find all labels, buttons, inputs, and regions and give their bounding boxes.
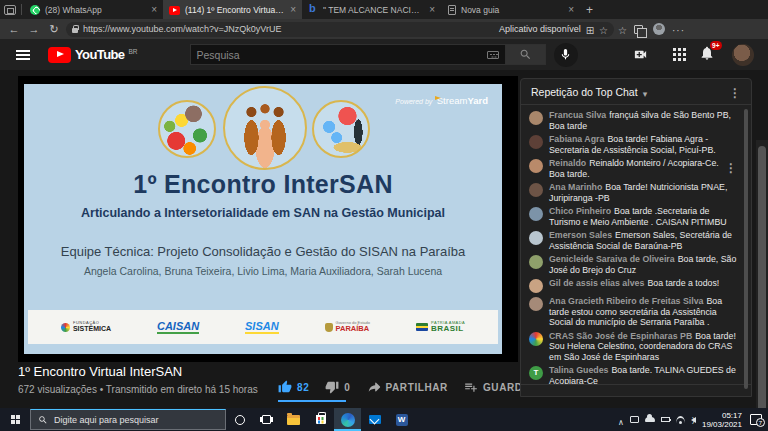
- chat-message: Francua Silvafrançuá silva de São Bento …: [529, 110, 737, 131]
- search-button[interactable]: [506, 44, 546, 65]
- browser-toolbar: https://www.youtube.com/watch?v=JNzQk0yV…: [0, 19, 768, 39]
- slide-team-names: Angela Carolina, Bruna Teixeira, Livio L…: [24, 265, 502, 277]
- chevron-down-icon[interactable]: [643, 83, 648, 101]
- browser-menu-icon[interactable]: [672, 20, 685, 38]
- onedrive-icon[interactable]: [645, 417, 655, 422]
- video-player[interactable]: Powered by StreamYard 1º Encontro InterS…: [18, 76, 518, 362]
- search-input[interactable]: Pesquisa: [190, 44, 506, 65]
- chat-menu-icon[interactable]: [729, 83, 741, 101]
- chat-message: Fabiana AgraBoa tarde! Fabiana Agra - Se…: [529, 134, 737, 155]
- close-icon[interactable]: ×: [151, 5, 157, 15]
- message-menu-icon[interactable]: [725, 158, 737, 179]
- logo-text: FUNDAÇÃOSISTÊMICA: [73, 321, 111, 333]
- browser-window: (28) WhatsApp×(114) 1º Encontro Virtual …: [0, 0, 768, 431]
- add-favorite-icon[interactable]: [599, 20, 608, 38]
- taskbar-app-button[interactable]: [307, 408, 334, 431]
- chat-author: Gil de assis elias alves: [549, 278, 644, 288]
- taskbar-app-button[interactable]: [253, 408, 280, 431]
- address-bar[interactable]: https://www.youtube.com/watch?v=JNzQk0yV…: [66, 22, 614, 37]
- collections-icon[interactable]: [634, 25, 643, 34]
- chat-author: Talina Guedes: [549, 365, 608, 375]
- logo-text: SISAN: [245, 320, 279, 334]
- like-button[interactable]: 82: [278, 380, 309, 394]
- page-scrollbar-thumb[interactable]: [758, 146, 766, 416]
- favorites-icon[interactable]: [618, 20, 627, 38]
- browser-profile-avatar[interactable]: [653, 23, 665, 35]
- windows-logo-icon: [11, 415, 15, 419]
- action-center-icon[interactable]: 7: [750, 414, 762, 425]
- browser-tab[interactable]: Nova guia×: [441, 0, 580, 19]
- divider: [21, 4, 22, 15]
- browser-tab[interactable]: (114) 1º Encontro Virtual InterSA×: [163, 0, 302, 19]
- tab-title: " TEM ALCANCE NACIONAL CO: [323, 5, 424, 15]
- display-tray-icon[interactable]: [630, 416, 639, 423]
- logo-main-text: BRASIL: [431, 325, 465, 333]
- like-count: 82: [297, 382, 309, 393]
- chat-avatar: T: [529, 366, 543, 380]
- chat-scrollbar[interactable]: [744, 109, 748, 389]
- taskbar-app-button[interactable]: [280, 408, 307, 431]
- mic-icon: [559, 48, 572, 61]
- chat-avatar: [529, 159, 543, 173]
- chat-message-body: ReinaldoReinaldo Monteiro / Acopiara-Ce.…: [549, 158, 719, 179]
- network-icon[interactable]: [676, 416, 685, 423]
- new-tab-button[interactable]: +: [586, 3, 593, 17]
- action-center-badge: 7: [756, 418, 765, 427]
- chat-message-list[interactable]: Francua Silvafrançuá silva de São Bento …: [521, 105, 751, 384]
- apps-grid-icon[interactable]: [673, 48, 676, 51]
- chat-author: Chico Pinheiro: [549, 206, 611, 216]
- tab-actions-icon[interactable]: [4, 5, 16, 15]
- close-icon[interactable]: ×: [290, 5, 296, 15]
- chat-message: Ana MarinhoBoa Tarde! Nutricionista PNAE…: [529, 182, 737, 203]
- youtube-logo[interactable]: YouTube BR: [48, 47, 138, 63]
- slide-title: 1º Encontro InterSAN: [24, 170, 502, 199]
- close-icon[interactable]: ×: [429, 5, 435, 15]
- chat-author: Ana Gracieth Ribeiro de Freitas Silva: [549, 296, 704, 306]
- people-group-icon: [223, 86, 307, 170]
- taskbar-app-button[interactable]: W: [388, 408, 415, 431]
- tray-expand-icon[interactable]: [618, 411, 624, 429]
- page-scrollbar[interactable]: [756, 140, 768, 431]
- chat-message: Emerson SalesEmerson Sales, Secretária d…: [529, 230, 737, 251]
- chat-avatar: [529, 231, 543, 245]
- taskbar-app-button[interactable]: [334, 408, 361, 431]
- voice-search-button[interactable]: [554, 43, 578, 67]
- save-icon: [464, 380, 478, 394]
- start-button[interactable]: [0, 408, 30, 431]
- share-button[interactable]: PARTILHAR: [367, 380, 448, 394]
- tab-title: Nova guia: [461, 5, 563, 15]
- app-available-label[interactable]: Aplicativo disponível: [499, 24, 581, 34]
- reload-button[interactable]: [46, 23, 62, 36]
- dislike-button[interactable]: 0: [325, 380, 350, 394]
- chat-footer: [521, 384, 751, 396]
- volume-icon[interactable]: [691, 417, 696, 423]
- taskbar-search-input[interactable]: Digite aqui para pesquisar: [30, 409, 226, 430]
- close-icon[interactable]: ×: [568, 5, 574, 15]
- dislike-count: 0: [344, 382, 350, 393]
- create-video-icon[interactable]: [631, 47, 650, 62]
- keyboard-icon[interactable]: [487, 51, 499, 59]
- chat-avatar: [529, 183, 543, 197]
- browser-tab[interactable]: " TEM ALCANCE NACIONAL CO×: [302, 0, 441, 19]
- share-label: PARTILHAR: [386, 382, 448, 393]
- logo-main-text: PARAÍBA: [336, 325, 370, 333]
- taskbar-app-button[interactable]: [226, 408, 253, 431]
- hamburger-menu-icon[interactable]: [16, 50, 30, 60]
- chat-message-body: Talina GuedesBoa tarde. TALINA GUEDES de…: [549, 365, 737, 384]
- chat-message-body: Chico PinheiroBoa tarde .Secretaria de T…: [549, 206, 737, 227]
- battery-icon[interactable]: [661, 417, 670, 422]
- browser-tab[interactable]: (28) WhatsApp×: [24, 0, 163, 19]
- url-text[interactable]: https://www.youtube.com/watch?v=JNzQk0yV…: [83, 24, 494, 34]
- notifications-button[interactable]: 9+: [699, 45, 715, 65]
- taskbar-clock[interactable]: 05:17 19/03/2021: [702, 411, 742, 429]
- youtube-profile-avatar[interactable]: [732, 44, 754, 66]
- clock-time: 05:17: [702, 411, 742, 420]
- video-frame: Powered by StreamYard 1º Encontro InterS…: [24, 84, 502, 354]
- taskbar-app-button[interactable]: [361, 408, 388, 431]
- back-button[interactable]: [6, 23, 22, 35]
- like-icon: [278, 380, 292, 394]
- forward-button[interactable]: [26, 23, 42, 35]
- youtube-play-icon: [48, 47, 71, 63]
- chat-message: Chico PinheiroBoa tarde .Secretaria de T…: [529, 206, 737, 227]
- app-install-icon[interactable]: [586, 20, 594, 38]
